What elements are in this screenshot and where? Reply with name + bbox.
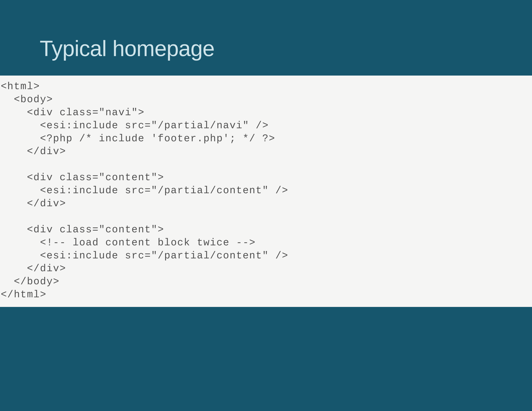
code-block: <html> <body> <div class="navi"> <esi:in…	[0, 75, 532, 307]
slide: Typical homepage <html> <body> <div clas…	[0, 0, 532, 411]
slide-header: Typical homepage	[0, 0, 532, 75]
code-content: <html> <body> <div class="navi"> <esi:in…	[0, 80, 532, 301]
slide-title: Typical homepage	[40, 36, 214, 61]
